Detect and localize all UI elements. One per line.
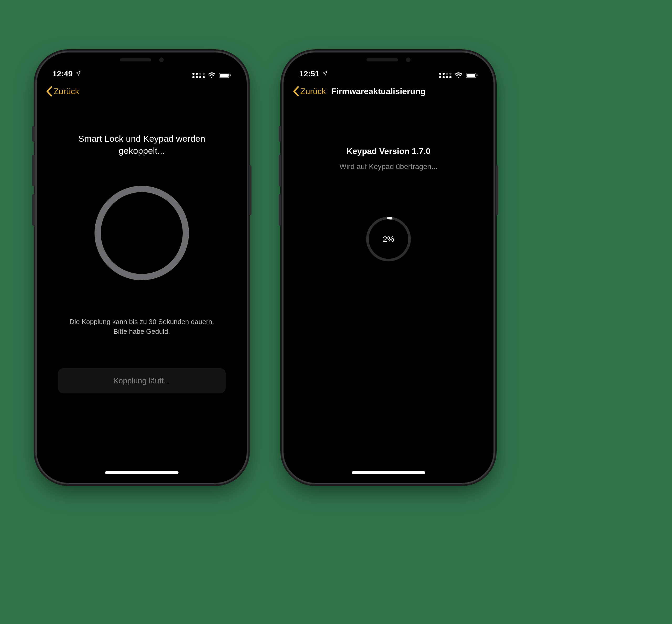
chevron-left-icon — [46, 86, 52, 97]
progress-ring: 2% — [362, 213, 415, 265]
location-icon — [75, 70, 81, 77]
screen-right: 12:51 — [288, 57, 489, 478]
firmware-title: Keypad Version 1.7.0 — [347, 147, 430, 156]
svg-rect-1 — [220, 74, 229, 77]
dual-sim-signal-icon — [193, 73, 205, 78]
back-label: Zurück — [300, 86, 326, 96]
location-icon — [322, 70, 328, 77]
status-time: 12:49 — [52, 69, 73, 78]
svg-rect-5 — [476, 74, 477, 76]
phone-frame-left: 12:49 — [37, 52, 247, 483]
notch — [97, 52, 186, 67]
svg-rect-2 — [230, 74, 231, 76]
pairing-headline: Smart Lock und Keypad werden gekoppelt..… — [41, 133, 243, 157]
wifi-icon — [455, 72, 463, 78]
content-area: Keypad Version 1.7.0 Wird auf Keypad übe… — [288, 102, 489, 478]
svg-rect-4 — [467, 74, 475, 77]
dual-sim-signal-icon — [439, 73, 451, 78]
nav-bar: Zurück Firmwareaktualisierung — [288, 81, 489, 102]
back-button[interactable]: Zurück — [291, 84, 328, 99]
loading-spinner — [95, 186, 189, 280]
firmware-subtitle: Wird auf Keypad übertragen... — [340, 162, 438, 171]
earpiece-speaker — [120, 58, 151, 61]
volume-up-button[interactable] — [279, 155, 281, 186]
earpiece-speaker — [367, 58, 398, 61]
content-area: Smart Lock und Keypad werden gekoppelt..… — [41, 102, 243, 478]
chevron-left-icon — [293, 86, 299, 97]
back-button[interactable]: Zurück — [44, 84, 81, 99]
home-indicator[interactable] — [105, 471, 178, 474]
screen-left: 12:49 — [41, 57, 243, 478]
pairing-status-button: Kopplung läuft... — [58, 368, 226, 393]
volume-down-button[interactable] — [279, 194, 281, 226]
status-left: 12:51 — [299, 69, 328, 78]
front-camera — [406, 57, 410, 62]
mute-switch[interactable] — [279, 126, 281, 142]
power-button[interactable] — [249, 165, 251, 215]
wifi-icon — [208, 72, 216, 78]
phone-frame-right: 12:51 — [283, 52, 494, 483]
mute-switch[interactable] — [32, 126, 35, 142]
stage: 12:49 — [0, 0, 672, 624]
battery-icon — [466, 72, 478, 78]
volume-down-button[interactable] — [32, 194, 35, 226]
notch — [344, 52, 433, 67]
home-indicator[interactable] — [352, 471, 425, 474]
battery-icon — [219, 72, 231, 78]
pairing-status-label: Kopplung läuft... — [114, 376, 170, 385]
status-time: 12:51 — [299, 69, 320, 78]
power-button[interactable] — [496, 165, 498, 215]
nav-title: Firmwareaktualisierung — [331, 86, 425, 96]
status-left: 12:49 — [52, 69, 81, 78]
back-label: Zurück — [53, 86, 79, 96]
pairing-hint: Die Kopplung kann bis zu 30 Sekunden dau… — [41, 317, 243, 337]
status-right — [193, 72, 231, 78]
status-right — [439, 72, 478, 78]
nav-bar: Zurück — [41, 81, 243, 102]
volume-up-button[interactable] — [32, 155, 35, 186]
progress-percent-label: 2% — [362, 213, 415, 265]
front-camera — [159, 57, 164, 62]
